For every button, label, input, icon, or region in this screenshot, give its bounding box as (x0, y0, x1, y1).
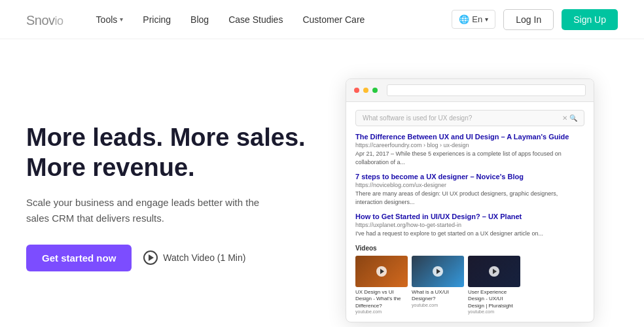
thumb-title-2: What is a UX/UI Designer? (412, 289, 464, 303)
nav-blog[interactable]: Blog (190, 14, 209, 25)
nav-tools[interactable]: Tools ▾ (96, 14, 124, 25)
video-label: Watch Video (1 Min) (163, 252, 245, 263)
language-label: En (472, 14, 482, 24)
globe-icon: 🌐 (459, 14, 469, 24)
search-result-2: 7 steps to become a UX designer – Novice… (355, 173, 584, 206)
result-title-3: How to Get Started in UI/UX Design? – UX… (355, 213, 584, 220)
thumb-title-1: UX Design vs UI Design - What's the Diff… (355, 289, 408, 309)
watch-video-button[interactable]: Watch Video (1 Min) (143, 250, 245, 265)
browser-url-bar (387, 84, 586, 96)
thumb-title-3: User Experience Design - UX/UI Design | … (468, 289, 520, 309)
thumb-image-3 (468, 256, 520, 287)
hero-title-line1: More leads. More sales. (26, 124, 306, 151)
logo-sub-text: io (55, 14, 63, 27)
browser-dot-yellow (363, 88, 368, 93)
hero-title: More leads. More sales. More revenue. (26, 123, 322, 182)
logo[interactable]: Snovio (26, 9, 63, 29)
thumb-sub-2: youtube.com (412, 303, 464, 307)
video-thumb-2: What is a UX/UI Designer? youtube.com (412, 256, 464, 314)
browser-dot-green (372, 88, 378, 93)
thumb-sub-1: youtube.com (355, 309, 408, 314)
result-desc-1: Apr 21, 2017 – While these 5 experiences… (355, 150, 584, 166)
result-url-1: https://careerfoundry.com › blog › ux-de… (355, 142, 584, 148)
login-button[interactable]: Log In (503, 9, 554, 30)
result-title-1: The Difference Between UX and UI Design … (355, 133, 584, 141)
lang-chevron-icon: ▾ (485, 16, 488, 23)
play-triangle (149, 254, 154, 261)
logo-main-text: Snov (26, 13, 55, 27)
search-query-text: What software is used for UX design? (363, 114, 472, 122)
result-url-2: https://noviceblog.com/ux-designer (355, 182, 584, 188)
chevron-down-icon: ▾ (120, 16, 123, 23)
result-title-2: 7 steps to become a UX designer – Novice… (355, 173, 584, 181)
thumb-play-1 (376, 266, 387, 277)
thumb-image-1 (355, 256, 408, 287)
result-url-3: https://uxplanet.org/how-to-get-started-… (355, 222, 584, 228)
hero-section: More leads. More sales. More revenue. Sc… (0, 39, 644, 327)
search-bar-mock: What software is used for UX design? ✕ 🔍 (355, 110, 584, 126)
browser-dot-red (354, 88, 359, 93)
search-close-icon: ✕ 🔍 (562, 114, 577, 122)
nav-actions: 🌐 En ▾ Log In Sign Up (452, 9, 618, 30)
result-desc-2: There are many areas of design: UI UX pr… (355, 190, 584, 206)
nav-links: Tools ▾ Pricing Blog Case Studies Custom… (96, 14, 452, 25)
videos-section-label: Videos (355, 245, 584, 252)
hero-content: More leads. More sales. More revenue. Sc… (26, 123, 322, 271)
language-selector[interactable]: 🌐 En ▾ (452, 10, 495, 29)
video-thumb-3: User Experience Design - UX/UI Design | … (468, 256, 520, 314)
browser-content: What software is used for UX design? ✕ 🔍… (346, 102, 594, 322)
signup-button[interactable]: Sign Up (562, 9, 618, 30)
thumb-play-2 (433, 266, 443, 277)
hero-title-line2: More revenue. (26, 154, 195, 181)
hero-subtitle: Scale your business and engage leads bet… (26, 195, 275, 226)
play-icon (143, 250, 158, 265)
nav-case-studies[interactable]: Case Studies (228, 14, 283, 25)
nav-pricing[interactable]: Pricing (143, 14, 171, 25)
navbar: Snovio Tools ▾ Pricing Blog Case Studies… (0, 0, 644, 39)
search-result-1: The Difference Between UX and UI Design … (355, 133, 584, 166)
get-started-button[interactable]: Get started now (26, 245, 132, 271)
hero-visual: What software is used for UX design? ✕ 🔍… (322, 72, 618, 322)
search-result-3: How to Get Started in UI/UX Design? – UX… (355, 213, 584, 238)
hero-actions: Get started now Watch Video (1 Min) (26, 245, 322, 271)
browser-mockup: What software is used for UX design? ✕ 🔍… (346, 78, 594, 322)
video-thumb-1: UX Design vs UI Design - What's the Diff… (355, 256, 408, 314)
video-thumbnails: UX Design vs UI Design - What's the Diff… (355, 256, 584, 314)
thumb-play-3 (489, 266, 499, 277)
thumb-image-2 (412, 256, 464, 287)
result-desc-3: I've had a request to explore to get sta… (355, 230, 584, 238)
nav-customer-care[interactable]: Customer Care (302, 14, 365, 25)
thumb-sub-3: youtube.com (468, 309, 520, 314)
browser-bar (346, 79, 594, 102)
